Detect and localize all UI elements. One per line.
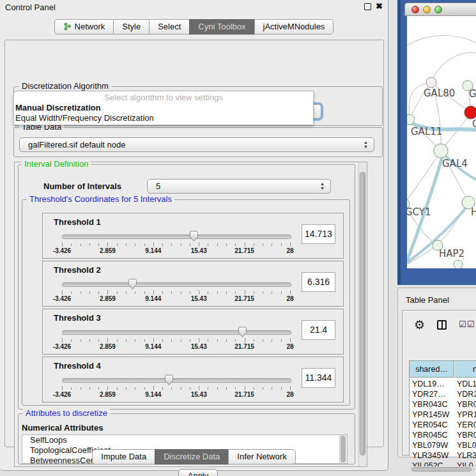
table-row[interactable]: YDL19…YDL1 [410, 379, 476, 389]
network-node-gal80[interactable] [426, 77, 436, 88]
tick-mark [135, 243, 135, 246]
tick-mark [290, 386, 291, 390]
slider-thumb[interactable] [189, 231, 199, 242]
attribute-list-item[interactable]: SelfLoops [22, 435, 347, 445]
num-intervals-combobox[interactable]: 5 ▲▼ [147, 179, 331, 194]
tab-infer-network[interactable]: Infer Network [228, 449, 295, 464]
vertical-scrollbar[interactable] [358, 163, 367, 466]
tab-network[interactable]: Network [54, 19, 114, 35]
threshold-value-field[interactable]: 14.713 [302, 224, 335, 244]
tick-mark [245, 242, 245, 247]
table-row[interactable]: YPR145WYPR1 [410, 410, 476, 420]
tick-mark [107, 242, 108, 247]
tick-mark [290, 242, 291, 247]
tick-mark [62, 338, 63, 342]
tick-mark [254, 387, 254, 390]
tab-label: Cyni Toolbox [198, 20, 245, 34]
network-node[interactable] [454, 260, 463, 268]
table-header-shared-name[interactable]: shared… [410, 361, 454, 378]
dropdown-item-2[interactable]: Equal Width/Frequency Discretization [15, 113, 154, 123]
cell-shared-name: YDR27… [412, 389, 446, 399]
tick-mark [263, 339, 263, 342]
slider-track[interactable] [62, 330, 291, 335]
node-label: GAL11 [411, 126, 442, 137]
vertical-scrollbar-thumb[interactable] [360, 172, 365, 456]
attributes-group-label: Attributes to discretize [23, 409, 110, 418]
table-header-name[interactable]: n [455, 361, 476, 378]
tab-label: jActiveMNodules [263, 20, 325, 34]
threshold-value-field[interactable]: 6.316 [302, 272, 335, 292]
close-icon[interactable] [411, 6, 419, 13]
slider-thumb[interactable] [238, 326, 247, 338]
tick-mark [126, 243, 127, 246]
threshold-value-field[interactable]: 11.344 [302, 368, 335, 388]
tab-impute-data[interactable]: Impute Data [92, 449, 155, 464]
tick-label: 28 [286, 247, 293, 254]
network-canvas[interactable]: GAL80GCGAL11GAL4GCY1HHAP2 [407, 16, 476, 268]
gear-icon[interactable]: ⚙ [414, 318, 425, 332]
threshold-value-field[interactable]: 21.4 [302, 320, 335, 340]
tick-label: -3.426 [53, 343, 71, 350]
network-node-gal4[interactable] [434, 144, 448, 158]
tick-mark [171, 243, 172, 246]
slider-track[interactable] [62, 234, 291, 239]
dropdown-item-1[interactable]: Manual Discretization [15, 103, 101, 112]
tick-mark [199, 242, 199, 247]
tab-style[interactable]: Style [113, 19, 150, 35]
tick-label: 28 [286, 343, 293, 350]
node-label: GAL4 [442, 158, 468, 169]
close-icon[interactable]: ✖ [376, 1, 383, 11]
combo-arrows-icon: ▲▼ [363, 140, 369, 149]
table-data-combobox[interactable]: galFiltered.sif default node ▲▼ [19, 137, 374, 152]
tick-label: 9.144 [145, 247, 161, 254]
horizontal-scrollbar[interactable] [410, 466, 476, 472]
checkbox-icon[interactable]: ☑ [467, 319, 475, 329]
zoom-icon[interactable] [434, 6, 442, 13]
table-row[interactable]: YBR045CYBR0 [410, 430, 476, 440]
float-window-icon[interactable] [364, 3, 371, 10]
table-row[interactable]: YER054CYER0 [410, 420, 476, 430]
node-attribute-table[interactable]: shared… n YDL19…YDL1YDR27…YDR2YBR043CYBR… [409, 360, 476, 456]
slider-track[interactable] [62, 282, 291, 287]
table-panel-content: ⚙ ☑ ☑ shared… n YDL19…YDL1YDR27…YDR2YBR0… [402, 310, 476, 456]
network-node-c[interactable] [464, 106, 476, 119]
network-frame-titlebar[interactable] [404, 3, 476, 16]
tick-label: 2.859 [100, 391, 116, 398]
table-row[interactable]: YBL079WYBL0 [410, 440, 476, 450]
column-layout-icon[interactable] [437, 320, 447, 330]
network-graph: GAL80GCGAL11GAL4GCY1HHAP2 [407, 16, 476, 268]
slider-track[interactable] [62, 378, 291, 383]
network-node-gal11[interactable] [407, 114, 415, 125]
tick-mark [62, 242, 63, 247]
tab-jactivemnodules[interactable]: jActiveMNodules [254, 19, 334, 35]
tick-label: 28 [286, 391, 293, 398]
tick-mark [217, 387, 218, 390]
table-row[interactable]: YLR345WYLR3 [410, 450, 476, 461]
tab-cyni-toolbox[interactable]: Cyni Toolbox [189, 19, 254, 35]
tick-label: 2.859 [100, 343, 116, 350]
slider-thumb[interactable] [128, 279, 137, 290]
tick-mark [171, 291, 172, 294]
tick-mark [281, 387, 282, 390]
tab-select[interactable]: Select [149, 19, 190, 35]
checkbox-icon[interactable]: ☑ [459, 319, 466, 329]
tick-mark [235, 339, 236, 342]
table-row[interactable]: YBR043CYBR0 [410, 399, 476, 410]
cyni-toolbox-panel: Discretization Algorithm ▲▼ Select algor… [4, 40, 384, 447]
minimize-icon[interactable] [423, 6, 431, 13]
horizontal-scrollbar-thumb[interactable] [411, 467, 472, 472]
tab-label: Style [122, 20, 141, 34]
threshold-panel-3: Threshold 3-3.4262.8599.14415.4321.71528… [42, 309, 344, 355]
control-panel-window: Control Panel ✖ NetworkStyleSelectCyni T… [0, 0, 388, 471]
tick-mark [107, 290, 108, 295]
apply-button[interactable]: Apply [178, 469, 218, 476]
control-panel-titlebar[interactable]: Control Panel ✖ [0, 0, 388, 14]
tick-mark [272, 387, 272, 390]
tick-mark [226, 291, 227, 294]
tick-mark [208, 387, 208, 390]
table-row[interactable]: YDR27…YDR2 [410, 389, 476, 399]
threshold-panel-1: Threshold 1-3.4262.8599.14415.4321.71528… [42, 213, 344, 259]
cell-shared-name: YBR043C [412, 399, 448, 410]
slider-thumb[interactable] [164, 374, 174, 386]
tab-discretize-data[interactable]: Discretize Data [155, 449, 229, 464]
